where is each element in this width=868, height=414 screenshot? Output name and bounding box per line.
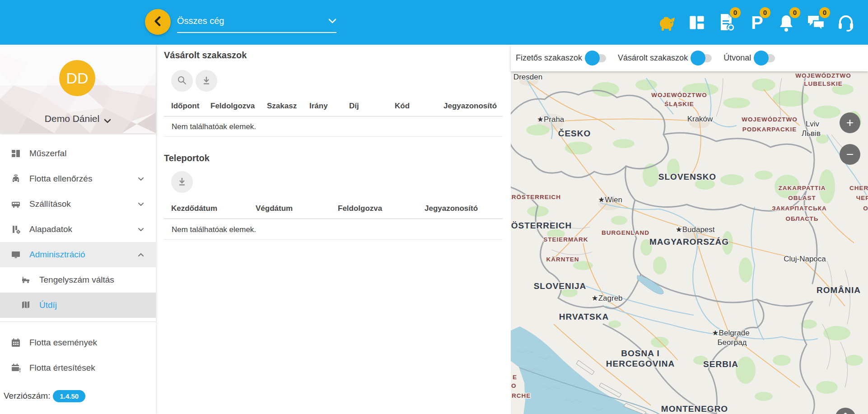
topbar-icon-group: 0 P 0 0 0 — [649, 0, 857, 45]
divider — [164, 136, 503, 137]
support-headset-icon[interactable] — [835, 9, 857, 36]
svg-text:OBLAST: OBLAST — [788, 195, 816, 201]
svg-text:BOSNA I: BOSNA I — [621, 349, 659, 358]
teleports-empty-text: Nem találhatóak elemek. — [172, 225, 256, 234]
sidebar-item-szallitasok[interactable]: Szállítások — [0, 191, 156, 217]
sidebar-nav: Műszerfal Flotta ellenőrzés Szállítások … — [0, 141, 156, 406]
toggle-fizetos-szakaszok[interactable] — [586, 54, 606, 62]
document-sync-icon[interactable]: 0 — [715, 9, 738, 36]
svg-text:MAGYARORSZÁG: MAGYARORSZÁG — [649, 237, 729, 247]
dashboard-icon — [10, 148, 21, 159]
profile-section: DD Demo Dániel — [0, 45, 156, 133]
map[interactable]: Dresden WOJEWÓDZTWO LUBELSKIE WOJEWÓDZTW… — [511, 71, 868, 414]
truck-icon — [20, 274, 31, 285]
column-header[interactable]: Feldolgozva — [210, 102, 255, 111]
chevron-down-icon — [104, 119, 111, 124]
back-button[interactable] — [145, 9, 171, 35]
sidebar-item-label: Flotta események — [29, 338, 97, 348]
svg-text:WOJEWÓDZTWO: WOJEWÓDZTWO — [795, 72, 851, 79]
download-button[interactable] — [171, 171, 193, 193]
svg-text:О: О — [863, 205, 868, 212]
column-header[interactable]: Jegyazonosító — [443, 102, 497, 111]
sidebar-item-alapadatok[interactable]: Alapadatok — [0, 217, 156, 242]
map-layer-toggles: Fizetős szakaszok Vásárolt szakaszok Útv… — [511, 45, 868, 71]
map-icon — [20, 300, 31, 311]
company-select[interactable]: Összes cég — [177, 16, 336, 33]
svg-text:ZAKARPATTIA: ZAKARPATTIA — [779, 185, 826, 191]
divider — [164, 239, 503, 240]
divider — [164, 219, 503, 219]
chevron-down-icon — [138, 175, 144, 183]
svg-text:Dresden: Dresden — [513, 73, 542, 81]
avatar-initials: DD — [66, 70, 88, 87]
chevron-down-icon — [138, 200, 144, 208]
column-header[interactable]: Feldolgozva — [338, 204, 382, 213]
column-header[interactable]: Kezdődátum — [171, 204, 217, 213]
column-header[interactable]: Jegyazonosító — [425, 204, 478, 213]
column-header[interactable]: Szakasz — [267, 102, 297, 111]
sidebar-item-tengelyszam-valtas[interactable]: Tengelyszám váltás — [0, 267, 156, 293]
svg-text:ЗАКАРПАТСЬКА: ЗАКАРПАТСЬКА — [772, 205, 827, 212]
badge: 0 — [789, 7, 800, 18]
svg-text:O: O — [511, 382, 517, 389]
profile-name[interactable]: Demo Dániel — [0, 113, 156, 124]
toggle-utvonal[interactable] — [755, 54, 775, 62]
badge: 0 — [760, 7, 770, 18]
svg-text:★Belgrade: ★Belgrade — [712, 329, 749, 337]
column-header[interactable]: Végdátum — [256, 204, 293, 213]
toggle-label: Vásárolt szakaszok — [618, 53, 688, 63]
main-content: Vásárolt szakaszok Időpont Feldolgozva S… — [156, 45, 511, 414]
sidebar-item-flotta-ellenorzes[interactable]: Flotta ellenőrzés — [0, 166, 156, 191]
column-header[interactable]: Időpont — [171, 102, 199, 111]
column-header[interactable]: Kód — [395, 102, 410, 111]
teleports-table-header: Kezdődátum Végdátum Feldolgozva Jegyazon… — [156, 204, 503, 214]
nav-divider — [0, 321, 156, 322]
version-label: Verziószám: — [4, 391, 50, 401]
toggle-vasarolt-szakaszok[interactable] — [692, 54, 712, 62]
parking-icon[interactable]: P 0 — [745, 9, 768, 36]
svg-text:ČESKO: ČESKO — [558, 129, 591, 138]
svg-text:MONTENEGRO: MONTENEGRO — [661, 404, 728, 414]
sidebar-item-label: Tengelyszám váltás — [39, 275, 114, 285]
toggle-knob — [691, 51, 705, 65]
map-panel: Fizetős szakaszok Vásárolt szakaszok Útv… — [511, 45, 868, 414]
chevron-left-icon — [152, 15, 164, 28]
avatar[interactable]: DD — [59, 60, 95, 96]
svg-text:★Praha: ★Praha — [537, 115, 565, 124]
version-badge: 1.4.50 — [53, 390, 85, 402]
bus-icon — [10, 199, 21, 209]
sidebar-item-flotta-ertesitesek[interactable]: Flotta értesítések — [0, 355, 156, 381]
sidebar-item-utdij[interactable]: Útdíj — [0, 293, 156, 318]
dashboard-grid-icon[interactable] — [686, 9, 708, 36]
company-select-value: Összes cég — [177, 16, 224, 26]
calendar-icon — [10, 337, 21, 348]
svg-text:SLOVENSKO: SLOVENSKO — [658, 172, 716, 181]
svg-text:CHERNI: CHERNI — [849, 185, 868, 191]
column-header[interactable]: Irány — [309, 102, 328, 111]
sidebar-item-label: Szállítások — [29, 199, 71, 209]
notifications-bell-icon[interactable]: 0 — [775, 9, 798, 36]
sidebar-item-muszerfal[interactable]: Műszerfal — [0, 141, 156, 166]
sidebar: DD Demo Dániel Műszerfal Flotta ellenőrz… — [0, 45, 156, 414]
svg-text:Београд: Београд — [717, 338, 747, 347]
zoom-out-button[interactable]: − — [840, 144, 860, 165]
svg-text:ROMÂNIA: ROMÂNIA — [817, 285, 861, 295]
sidebar-item-label: Útdíj — [39, 300, 57, 310]
toggle-knob — [754, 51, 769, 65]
sidebar-item-label: Műszerfal — [29, 149, 66, 158]
search-button[interactable] — [171, 70, 193, 92]
svg-text:PODKARPACKIE: PODKARPACKIE — [742, 126, 797, 133]
zoom-in-button[interactable]: + — [840, 112, 860, 133]
svg-text:HERCEGOVINA: HERCEGOVINA — [606, 359, 675, 368]
svg-text:ЧЕР: ЧЕР — [856, 195, 868, 201]
sidebar-item-flotta-esemenyek[interactable]: Flotta események — [0, 330, 156, 355]
download-button[interactable] — [196, 70, 217, 92]
messages-icon[interactable]: 0 — [805, 9, 827, 36]
piggy-bank-icon[interactable] — [656, 9, 678, 36]
toggle-label: Fizetős szakaszok — [516, 53, 582, 63]
sidebar-item-adminisztracio[interactable]: Adminisztráció — [0, 242, 156, 267]
download-icon — [201, 75, 211, 87]
svg-text:KÄRNTEN: KÄRNTEN — [546, 256, 579, 263]
svg-text:LUBELSKIE: LUBELSKIE — [804, 80, 843, 87]
column-header[interactable]: Díj — [349, 102, 359, 111]
